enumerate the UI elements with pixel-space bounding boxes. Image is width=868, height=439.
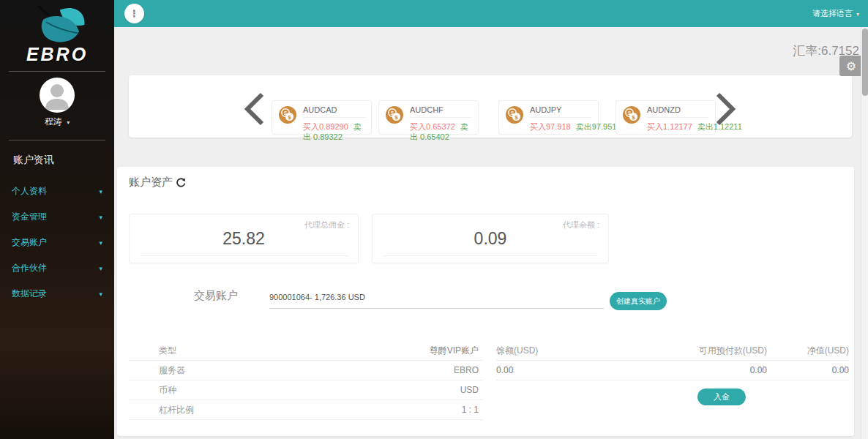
refresh-icon — [176, 177, 187, 188]
coins-icon: $ $ — [385, 105, 404, 124]
leaf-logo-icon — [22, 4, 92, 45]
buy-quote: 买入97.918 — [530, 122, 571, 131]
language-selector[interactable]: 请选择语言 ▾ — [812, 0, 859, 27]
sidebar-item-fund-management[interactable]: 资金管理 ▾ — [0, 204, 114, 230]
row-label: 服务器 — [129, 364, 185, 377]
column-header: 净值(USD) — [767, 345, 849, 357]
brand-logo: EBRO — [0, 0, 114, 65]
language-label: 请选择语言 — [812, 9, 853, 18]
chevron-down-icon: ▾ — [856, 11, 859, 18]
cell-value: 0.00 — [496, 365, 621, 375]
brand-name: EBRO — [0, 44, 114, 65]
row-value: 1 : 1 — [462, 405, 483, 415]
divider — [383, 255, 598, 256]
symbol-name: AUDCAD — [303, 105, 365, 118]
chevron-down-icon: ▾ — [99, 239, 102, 247]
row-value: 尊爵VIP账户 — [430, 345, 483, 357]
ticker-card-audjpy: $ $ AUDJPY 买入97.918 卖出97.951 — [498, 100, 599, 135]
divider — [9, 71, 105, 72]
svg-text:$: $ — [515, 114, 518, 121]
create-real-account-button[interactable]: 创建真实账户 — [610, 292, 667, 310]
deposit-button[interactable]: 入金 — [697, 389, 746, 405]
settings-button[interactable]: ⚙ — [839, 56, 863, 76]
row-value: USD — [460, 385, 483, 395]
username: 程涛 — [45, 116, 62, 127]
divider — [140, 255, 348, 256]
sidebar-item-data-records[interactable]: 数据记录 ▾ — [0, 281, 114, 307]
sidebar-item-partners[interactable]: 合作伙伴 ▾ — [0, 255, 114, 281]
trading-account-label: 交易账户 — [194, 289, 238, 303]
ticker-carousel: $ $ AUDCAD 买入0.89290 卖出 0.89322 $ $ AUDC… — [129, 75, 852, 138]
sidebar-section-title: 账户资讯 — [0, 146, 114, 170]
account-assets-panel: 账户资产 代理总佣金 : 25.82 代理余额 : 0.09 交易账户 9000… — [117, 167, 854, 436]
topbar: ⋮ 请选择语言 ▾ — [114, 0, 868, 27]
symbol-name: AUDCHF — [410, 105, 472, 118]
sidebar-item-label: 数据记录 — [12, 288, 47, 300]
symbol-name: AUDJPY — [530, 105, 592, 118]
chevron-down-icon: ▾ — [67, 119, 70, 126]
svg-text:$: $ — [288, 114, 291, 121]
avatar — [40, 78, 75, 113]
chevron-down-icon: ▾ — [99, 188, 102, 195]
sidebar-item-trading-account[interactable]: 交易账户 ▾ — [0, 230, 114, 255]
cell-value: 0.00 — [621, 365, 767, 375]
sidebar-item-label: 个人资料 — [12, 185, 47, 198]
stat-card-agent-balance: 代理余额 : 0.09 — [372, 214, 609, 263]
sidebar-item-label: 合作伙伴 — [12, 262, 47, 274]
sidebar-menu: 个人资料 ▾ 资金管理 ▾ 交易账户 ▾ 合作伙伴 ▾ 数据记录 ▾ — [0, 179, 114, 307]
scrollbar-thumb[interactable] — [862, 29, 868, 96]
sidebar-item-personal-info[interactable]: 个人资料 ▾ — [0, 179, 114, 204]
ticker-card-audnzd: $ $ AUDNZD 买入1.12177 卖出1.12211 — [616, 100, 716, 135]
sidebar: EBRO 程涛 ▾ 账户资讯 个人资料 ▾ 资金管理 ▾ 交易账户 ▾ 合作伙伴… — [0, 0, 114, 439]
svg-text:$: $ — [632, 114, 635, 121]
panel-title: 账户资产 — [129, 176, 173, 190]
sidebar-toggle-button[interactable]: ⋮ — [124, 4, 144, 23]
user-dropdown[interactable]: 程涛 ▾ — [0, 116, 114, 134]
chevron-down-icon: ▾ — [99, 214, 102, 221]
account-info-table: 类型 尊爵VIP账户 服务器 EBRO 币种 USD 杠杆比例 1 : 1 — [129, 341, 483, 420]
refresh-button[interactable] — [176, 177, 187, 188]
account-select[interactable]: 900001064- 1,726.36 USD — [269, 293, 604, 309]
sell-quote: 卖出1.12211 — [697, 122, 742, 131]
table-row: 币种 USD — [129, 380, 483, 400]
column-header: 可用预付款(USD) — [621, 345, 767, 357]
table-row: 服务器 EBRO — [129, 361, 483, 380]
gear-icon: ⚙ — [846, 59, 856, 73]
divider — [9, 140, 105, 140]
row-value: EBRO — [454, 365, 483, 375]
ticker-card-audcad: $ $ AUDCAD 买入0.89290 卖出 0.89322 — [272, 100, 372, 135]
buy-quote: 买入0.65372 — [410, 122, 455, 131]
carousel-prev-button[interactable] — [242, 91, 266, 130]
sidebar-item-label: 交易账户 — [12, 236, 47, 249]
sell-quote: 卖出97.951 — [576, 122, 617, 131]
ticker-card-audchf: $ $ AUDCHF 买入0.65372 卖出 0.65402 — [378, 100, 479, 135]
stat-card-total-commission: 代理总佣金 : 25.82 — [129, 214, 359, 263]
row-label: 币种 — [129, 384, 176, 397]
sidebar-item-label: 资金管理 — [12, 211, 47, 223]
chevron-down-icon: ▾ — [99, 290, 102, 298]
table-row: 杠杆比例 1 : 1 — [129, 400, 483, 420]
coins-icon: $ $ — [505, 105, 524, 124]
symbol-name: AUDNZD — [647, 105, 709, 118]
chevron-down-icon: ▾ — [99, 265, 102, 272]
person-icon — [40, 78, 75, 113]
buy-quote: 买入1.12177 — [647, 122, 692, 131]
scrollbar-track — [861, 27, 868, 439]
chevron-right-icon — [714, 91, 738, 127]
table-header-row: 馀额(USD) 可用预付款(USD) 净值(USD) — [496, 341, 849, 361]
table-row: 0.00 0.00 0.00 — [496, 361, 849, 380]
chevron-left-icon — [242, 91, 266, 127]
coins-icon: $ $ — [622, 105, 641, 124]
coins-icon: $ $ — [278, 105, 297, 124]
stat-value: 25.82 — [130, 229, 358, 249]
column-header: 馀额(USD) — [496, 345, 621, 357]
buy-quote: 买入0.89290 — [303, 122, 348, 131]
row-label: 类型 — [129, 345, 176, 357]
cell-value: 0.00 — [767, 365, 849, 375]
stat-value: 0.09 — [373, 229, 608, 249]
row-label: 杠杆比例 — [129, 404, 194, 416]
balance-table: 馀额(USD) 可用预付款(USD) 净值(USD) 0.00 0.00 0.0… — [496, 341, 849, 380]
svg-text:$: $ — [394, 114, 398, 121]
table-row: 类型 尊爵VIP账户 — [129, 341, 483, 361]
vertical-ellipsis-icon: ⋮ — [130, 8, 139, 19]
